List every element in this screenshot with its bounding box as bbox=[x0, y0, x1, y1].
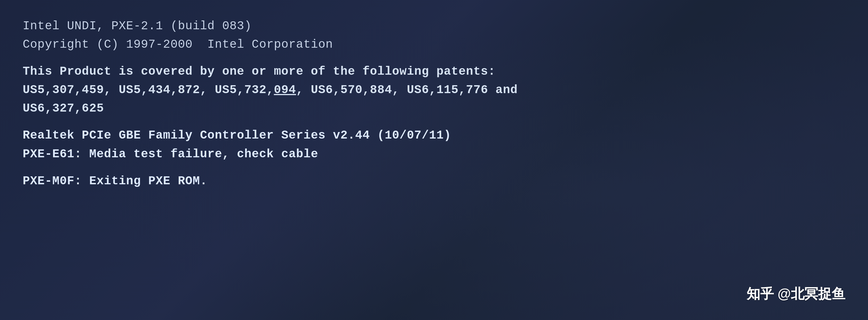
line-pxe-m0f: PXE-M0F: Exiting PXE ROM. bbox=[23, 172, 845, 191]
line-undi: Intel UNDI, PXE-2.1 (build 083) bbox=[23, 17, 845, 35]
spacer-3 bbox=[23, 164, 845, 172]
line-copyright: Copyright (C) 1997-2000 Intel Corporatio… bbox=[23, 35, 845, 54]
line-patents-2: US6,327,625 bbox=[23, 99, 845, 118]
line-pxe-e61: PXE-E61: Media test failure, check cable bbox=[23, 145, 845, 164]
spacer-2 bbox=[23, 118, 845, 126]
spacer-1 bbox=[23, 54, 845, 62]
watermark: 知乎 @北冥捉鱼 bbox=[747, 285, 845, 303]
line-patents-1: US5,307,459, US5,434,872, US5,732,094, U… bbox=[23, 81, 845, 99]
terminal-output: Intel UNDI, PXE-2.1 (build 083) Copyrigh… bbox=[23, 17, 845, 191]
line-patents-intro: This Product is covered by one or more o… bbox=[23, 62, 845, 81]
line-realtek: Realtek PCIe GBE Family Controller Serie… bbox=[23, 126, 845, 145]
bios-screen: Intel UNDI, PXE-2.1 (build 083) Copyrigh… bbox=[0, 0, 868, 320]
